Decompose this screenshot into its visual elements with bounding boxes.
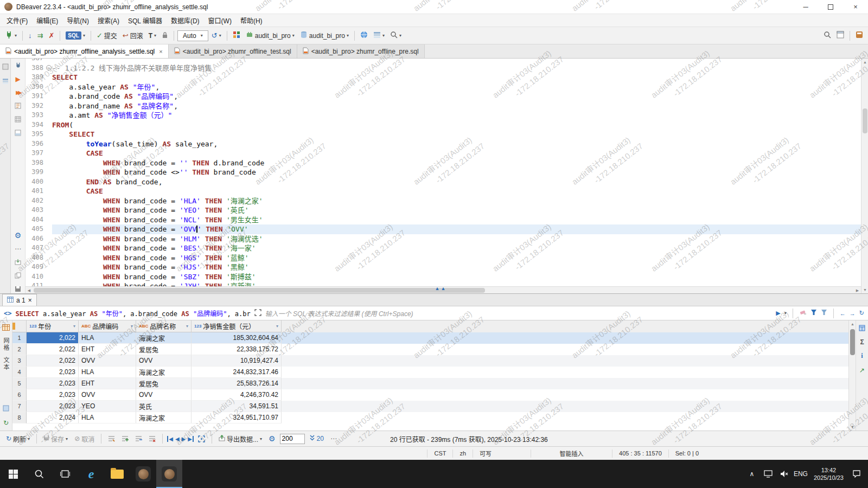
refresh-button[interactable]: ↻ 刷新 ▾ (4, 433, 32, 445)
code-line[interactable]: 399 WHEN brand_code <>'' THEN brand_code (25, 168, 861, 177)
references-icon[interactable]: ↗ (858, 365, 867, 375)
code-line[interactable]: 396 toYear(sale_time) AS sale_year, (25, 139, 861, 149)
code-area[interactable]: 387388−-- 1.1.2.2 线下海外品牌不关联原单年度净销售389SEL… (25, 59, 861, 286)
scroll-thumb[interactable] (34, 288, 485, 293)
quick-search-button[interactable] (821, 29, 833, 42)
grid-row[interactable]: 82,024HLA海澜之家324,951,710.97 (12, 412, 848, 423)
output-icon[interactable] (14, 258, 23, 267)
notification-center-icon[interactable] (848, 470, 865, 478)
grid-row[interactable]: 32,022OVVOVV10,919,427.4 (12, 355, 848, 367)
rollback-button[interactable]: ↩ 回滚 (120, 29, 145, 42)
code-line[interactable]: 398 WHEN brand_code = '' THEN d.brand_co… (25, 158, 861, 168)
delete-row-button[interactable] (146, 433, 158, 445)
close-button[interactable]: × (843, 0, 868, 14)
grid-cell[interactable]: OVV (136, 355, 192, 367)
panel-toggle-icon[interactable] (14, 128, 23, 137)
grid-cell[interactable]: 海澜之家 (136, 367, 192, 378)
grid-row[interactable]: 62,023OVVOVV4,246,370.42 (12, 389, 848, 401)
column-filter-icon[interactable]: ▾ (186, 324, 188, 329)
grid-scrollbar[interactable]: ▲ ▼ (848, 320, 856, 431)
tab-offline-pre[interactable]: <audit_bi_pro> zhumr_offline_pre.sql (297, 44, 425, 58)
grid-toggle-icon[interactable] (14, 115, 23, 124)
corner-header[interactable] (12, 320, 27, 332)
code-line[interactable]: 406 WHEN brand_code = 'HLM' THEN '海澜优选' (25, 234, 861, 244)
menu-sql-editor[interactable]: SQL 编辑器 (124, 14, 167, 27)
new-connection-button[interactable]: ▾ (3, 29, 19, 42)
start-button[interactable] (0, 460, 26, 488)
grid-row[interactable]: 42,023HLA海澜之家244,832,317.46 (12, 367, 848, 378)
grid-cell[interactable]: 海澜之家 (136, 332, 192, 344)
save-icon[interactable] (14, 284, 23, 293)
refresh-filter-icon[interactable]: ↻ (859, 310, 864, 317)
grid-settings-button[interactable]: ⚙ (266, 433, 278, 445)
volume-icon[interactable] (776, 470, 793, 478)
grid-cell[interactable]: 244,832,317.46 (192, 367, 282, 378)
code-line[interactable]: 387 (25, 59, 861, 63)
row-number[interactable]: 7 (12, 401, 27, 412)
row-number[interactable]: 6 (12, 389, 27, 401)
row-number[interactable]: 5 (12, 378, 27, 389)
filter-menu-icon[interactable] (810, 309, 817, 317)
restore-view-icon[interactable] (1, 62, 10, 71)
panels-icon[interactable] (2, 403, 11, 413)
vertical-scrollbar[interactable]: ▲ ▼ (861, 59, 868, 293)
grid-cell[interactable]: 2,024 (27, 412, 79, 423)
grid-cell[interactable]: 185,302,604.64 (192, 332, 282, 344)
maximize-button[interactable] (818, 0, 843, 14)
grid-cell[interactable]: YEO (79, 401, 136, 412)
dbeaver-taskbar-icon[interactable] (130, 460, 156, 488)
code-line[interactable]: 390 a.sale_year AS "年份", (25, 82, 861, 92)
column-header[interactable]: ABC品牌编码▾ (79, 320, 136, 332)
presentation-tab-text[interactable]: 文本 (2, 357, 10, 371)
grid-row[interactable]: 12,022HLA海澜之家185,302,604.64 (12, 332, 848, 344)
scroll-up-icon[interactable]: ▲ (849, 320, 856, 328)
grid-cell[interactable]: 2,023 (27, 367, 79, 378)
row-number[interactable]: 3 (12, 355, 27, 367)
grid-cell[interactable]: HLA (79, 367, 136, 378)
connect-icon[interactable] (14, 61, 23, 70)
taskbar-clock[interactable]: 13:42 2025/10/23 (809, 466, 848, 482)
column-header[interactable]: 123年份▾ (27, 320, 79, 332)
cursor-position[interactable]: 405 : 35 : 11570 (612, 450, 668, 458)
perspective-button[interactable] (853, 29, 865, 42)
grid-row[interactable]: 52,023EHT爱居兔25,583,726.14 (12, 378, 848, 389)
grid-presentation-icon[interactable] (2, 323, 11, 332)
transaction-mode-button[interactable]: T▾ (146, 29, 158, 42)
column-header[interactable]: 123净销售金额（元）▾ (192, 320, 282, 332)
commit-button[interactable]: ✓ 提交 (94, 29, 119, 42)
grid-cell[interactable]: EHT (79, 344, 136, 355)
grid-row[interactable]: 22,022EHT爱居兔22,338,175.72 (12, 344, 848, 355)
search-dropdown-button[interactable]: ▾ (388, 29, 404, 42)
grid-cell[interactable]: HLA (79, 332, 136, 344)
code-line[interactable]: 397 CASE (25, 149, 861, 158)
tray-expand-icon[interactable]: ∧ (744, 470, 760, 478)
save-button[interactable]: 保存 ▾ (41, 433, 70, 445)
ie-taskbar-icon[interactable]: e (78, 460, 104, 488)
minimize-button[interactable]: ─ (793, 0, 818, 14)
column-header[interactable]: ABC品牌名称▾ (136, 320, 192, 332)
code-line[interactable]: 391 a.brand_code AS "品牌编码", (25, 92, 861, 101)
grid-cell[interactable]: 爱居兔 (136, 378, 192, 389)
fetch-next-button[interactable]: 20 (307, 433, 326, 445)
presentation-tab-grid[interactable]: 网格 (2, 337, 10, 351)
dbeaver-taskbar-icon-active[interactable] (156, 460, 182, 488)
fold-gutter[interactable]: − (45, 63, 52, 73)
column-filter-icon[interactable]: ▾ (276, 324, 278, 329)
code-line[interactable]: 389SELECT (25, 73, 861, 82)
code-line[interactable]: 402 WHEN brand_code = 'HLA' THEN '海澜之家' (25, 196, 861, 206)
overflow-icon[interactable]: ⋯ (328, 433, 339, 445)
cancel-button[interactable]: ⊘ 取消 (72, 433, 97, 445)
column-filter-icon[interactable]: ▾ (73, 324, 75, 329)
grid-cell[interactable]: 海澜之家 (136, 412, 192, 423)
code-line[interactable]: 388−-- 1.1.2.2 线下海外品牌不关联原单年度净销售 (25, 63, 861, 73)
prev-row-icon[interactable]: ◀ (175, 436, 180, 442)
close-tab-icon[interactable]: × (159, 48, 162, 55)
filter-save-icon[interactable] (821, 309, 827, 317)
monitor-icon[interactable] (760, 470, 776, 478)
toggle-layout-button[interactable] (834, 29, 846, 42)
fetch-size-input[interactable] (280, 434, 305, 444)
edit-cell-button[interactable] (106, 433, 117, 445)
restore-panel-icon[interactable]: ▲▲ (435, 286, 447, 291)
scroll-thumb[interactable] (850, 329, 855, 355)
grid-cell[interactable]: OVV (79, 389, 136, 401)
